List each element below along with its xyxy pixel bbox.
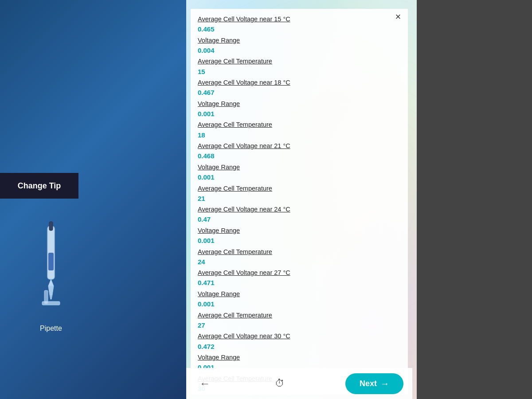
entry-label: Average Cell Voltage near 21 °C [198, 141, 401, 151]
entry-label: Average Cell Temperature [198, 184, 401, 194]
clock-button[interactable]: ⏱ [270, 374, 289, 393]
panel-header: × [191, 9, 408, 12]
entry-label: Average Cell Voltage near 30 °C [198, 331, 401, 341]
list-item: Average Cell Voltage near 30 °C0.472 [198, 331, 401, 352]
entry-value: 15 [198, 67, 401, 77]
back-icon: ← [200, 377, 210, 390]
next-button[interactable]: Next → [345, 373, 403, 394]
entry-label: Voltage Range [198, 352, 401, 363]
list-item: Average Cell Temperature21 [198, 184, 401, 204]
entry-label: Average Cell Temperature [198, 120, 401, 130]
entry-value: 0.471 [198, 278, 401, 288]
back-button[interactable]: ← [195, 374, 215, 393]
entry-value: 0.001 [198, 109, 401, 119]
entry-value: 18 [198, 130, 401, 141]
svg-marker-7 [50, 295, 52, 299]
svg-rect-3 [49, 222, 53, 231]
entry-value: 27 [198, 321, 401, 331]
entry-label: Average Cell Voltage near 15 °C [198, 14, 401, 24]
entry-value: 0.465 [198, 24, 401, 35]
list-item: Voltage Range0.004 [198, 35, 401, 56]
list-item: Average Cell Voltage near 21 °C0.468 [198, 141, 401, 161]
svg-rect-4 [48, 253, 54, 270]
entry-label: Voltage Range [198, 226, 401, 236]
list-item: Voltage Range0.001 [198, 162, 401, 183]
entry-label: Voltage Range [198, 162, 401, 172]
scrollable-list[interactable]: Average Cell Voltage near 15 °C0.465Volt… [191, 12, 408, 395]
close-button[interactable]: × [392, 11, 404, 23]
svg-marker-6 [48, 286, 54, 295]
entry-label: Average Cell Temperature [198, 247, 401, 257]
entry-label: Average Cell Temperature [198, 56, 401, 66]
entry-label: Average Cell Temperature [198, 310, 401, 321]
entry-label: Voltage Range [198, 99, 401, 109]
pipette-area: Pipette [22, 217, 80, 332]
entry-label: Voltage Range [198, 35, 401, 46]
clock-icon: ⏱ [275, 378, 285, 389]
data-panel: × Average Cell Voltage near 15 °C0.465Vo… [186, 0, 412, 399]
list-item: Average Cell Voltage near 27 °C0.471 [198, 268, 401, 288]
right-background [417, 0, 532, 399]
entry-value: 0.467 [198, 88, 401, 98]
svg-marker-5 [48, 279, 54, 286]
entry-value: 0.001 [198, 172, 401, 183]
entry-value: 0.47 [198, 215, 401, 225]
next-label: Next [360, 379, 377, 388]
left-background [0, 0, 186, 399]
pipette-label: Pipette [40, 325, 62, 332]
next-arrow-icon: → [380, 379, 389, 389]
entry-label: Average Cell Voltage near 27 °C [198, 268, 401, 278]
entry-value: 21 [198, 194, 401, 204]
entry-value: 0.468 [198, 151, 401, 161]
list-item: Average Cell Temperature27 [198, 310, 401, 331]
list-item: Average Cell Temperature24 [198, 247, 401, 267]
entry-value: 0.472 [198, 342, 401, 352]
list-item: Average Cell Voltage near 15 °C0.465 [198, 14, 401, 35]
pipette-icon [29, 217, 73, 315]
list-item: Voltage Range0.001 [198, 99, 401, 119]
panel-content: × Average Cell Voltage near 15 °C0.465Vo… [191, 9, 408, 395]
list-item: Average Cell Temperature18 [198, 120, 401, 140]
entry-value: 24 [198, 257, 401, 267]
entry-label: Voltage Range [198, 289, 401, 299]
change-tip-label: Change Tip [18, 181, 61, 191]
list-item: Voltage Range0.001 [198, 289, 401, 309]
bottom-nav-bar: ← ⏱ Next → [186, 368, 412, 399]
list-item: Average Cell Temperature15 [198, 56, 401, 77]
entry-value: 0.001 [198, 299, 401, 309]
entry-label: Average Cell Voltage near 18 °C [198, 78, 401, 88]
entry-value: 0.001 [198, 236, 401, 246]
entry-value: 0.004 [198, 46, 401, 56]
close-icon: × [395, 11, 401, 23]
list-item: Average Cell Voltage near 18 °C0.467 [198, 78, 401, 98]
svg-rect-1 [44, 290, 48, 304]
entry-label: Average Cell Voltage near 24 °C [198, 204, 401, 215]
list-item: Average Cell Voltage near 24 °C0.47 [198, 204, 401, 225]
list-item: Voltage Range0.001 [198, 226, 401, 246]
change-tip-button[interactable]: Change Tip [0, 173, 78, 199]
